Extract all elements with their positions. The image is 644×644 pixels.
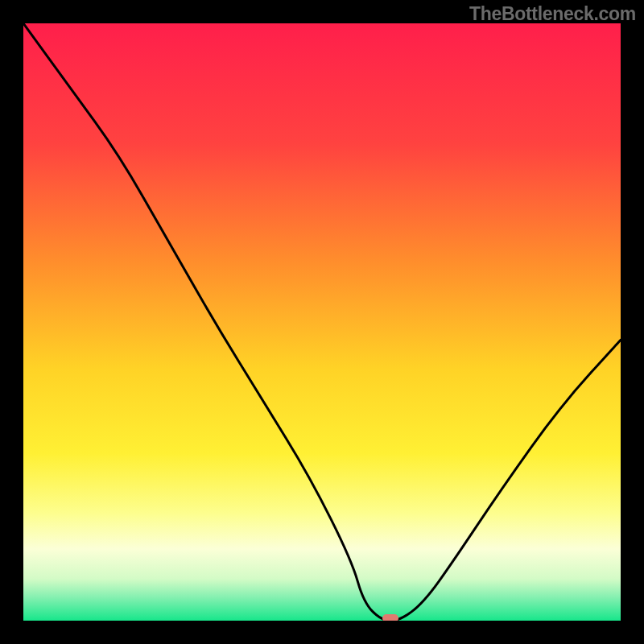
chart-container: TheBottleneck.com (0, 0, 644, 644)
curve-layer (23, 23, 621, 621)
watermark-text: TheBottleneck.com (469, 3, 636, 25)
optimal-point-marker (382, 614, 398, 621)
bottleneck-curve-path (23, 23, 621, 621)
plot-area (23, 23, 621, 621)
